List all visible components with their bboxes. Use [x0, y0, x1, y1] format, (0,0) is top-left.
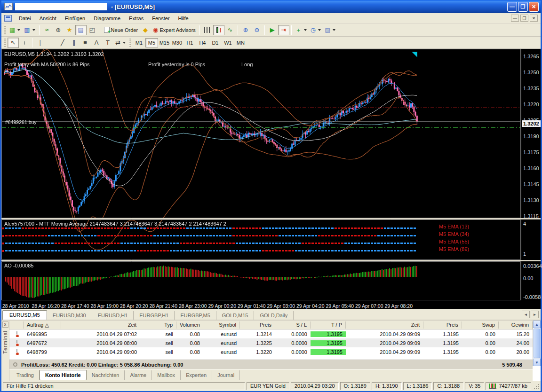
chart-tab-eurgbpm5[interactable]: EURGBP,M5 [175, 311, 216, 320]
toolbar-grip[interactable] [4, 39, 6, 47]
chart-window-icon[interactable] [4, 15, 12, 22]
market-watch-button[interactable]: ▤ [75, 25, 87, 35]
menu-item-datei[interactable]: Datei [15, 14, 35, 23]
indicators-button[interactable]: ＋ [294, 25, 309, 35]
timeframe-h1[interactable]: H1 [183, 38, 196, 47]
text-tool[interactable]: A [91, 38, 102, 48]
tab-scroll-right-button[interactable]: ► [531, 311, 539, 318]
terminal-tab-experten[interactable]: Experten [181, 370, 212, 380]
minimize-button[interactable]: — [507, 2, 517, 12]
menu-item-fenster[interactable]: Fenster [148, 14, 174, 23]
menu-item-diagramme[interactable]: Diagramme [89, 14, 125, 23]
indicator2-splitter[interactable] [1, 260, 541, 261]
terminal-tab-kontohistorie[interactable]: Konto Historie [40, 370, 87, 380]
cell-open-price: 1.3225 [240, 340, 275, 346]
scroll-down-icon[interactable]: ▼ [533, 359, 541, 366]
timeframe-h4[interactable]: H4 [196, 38, 209, 47]
candlestick-chart-button[interactable] [213, 25, 224, 35]
horizontal-line-tool[interactable]: — [46, 38, 57, 48]
history-row[interactable]: 64976722010.04.29 08:00sell0.08eurusd1.3… [9, 338, 533, 347]
chart-tab-eurusdm5[interactable]: EURUSD,M5 [2, 310, 47, 320]
history-table-header[interactable]: Auftrag △ZeitTypVolumenSymbolPreisS / LT… [9, 321, 533, 329]
column-header-10[interactable]: Swap [462, 321, 499, 329]
auto-scroll-button[interactable]: ▶ [267, 25, 278, 35]
child-restore-icon[interactable]: ❐ [520, 15, 528, 22]
toolbar-grip[interactable] [129, 39, 131, 47]
zoom-out-button[interactable]: ⊖ [251, 25, 263, 35]
child-close-icon[interactable]: ✕ [530, 15, 538, 22]
column-header-7[interactable]: T / P [311, 321, 346, 329]
fibonacci-tool[interactable]: ≡ [80, 38, 91, 48]
column-header-8[interactable]: Zeit [346, 321, 423, 329]
menu-item-extras[interactable]: Extras [125, 14, 148, 23]
price-chart-canvas[interactable] [1, 49, 521, 300]
line-chart-button[interactable]: ∿ [224, 25, 236, 35]
terminal-close-icon[interactable]: x [2, 321, 8, 328]
new-chart-button[interactable]: ▦ [8, 25, 22, 35]
terminal-tab-alarme[interactable]: Alarme [125, 370, 152, 380]
column-header-0[interactable]: Auftrag △ [24, 321, 61, 329]
menu-item-einfgen[interactable]: Einfügen [61, 14, 89, 23]
channel-tool[interactable]: ∥ [68, 38, 80, 48]
indicator1-splitter[interactable] [1, 218, 541, 220]
menu-item-ansicht[interactable]: Ansicht [35, 14, 61, 23]
tab-scroll-left-button[interactable]: ◄ [522, 311, 530, 318]
history-row[interactable]: 64987992010.04.29 09:00sell0.08eurusd1.3… [9, 347, 533, 356]
timeframe-m5[interactable]: M5 [145, 38, 158, 47]
column-header-9[interactable]: Preis [423, 321, 462, 329]
crosshair-window-button[interactable]: ⊕ [53, 25, 64, 35]
label-tool[interactable]: T [102, 38, 113, 48]
child-minimize-icon[interactable]: — [511, 15, 519, 22]
timeframe-mn[interactable]: MN [234, 38, 247, 47]
zoom-in-button[interactable]: ⊕ [240, 25, 251, 35]
chart-tab-eurgbph1[interactable]: EURGBP,H1 [134, 311, 175, 320]
chart-tab-eurusdh1[interactable]: EURUSD,H1 [92, 311, 134, 320]
symbols-button[interactable]: ★ [64, 25, 75, 35]
chart-tab-golddaily[interactable]: GOLD,Daily [254, 311, 294, 320]
timeframe-m15[interactable]: M15 [158, 38, 171, 47]
column-header-5[interactable]: Preis [240, 321, 275, 329]
resize-grip-icon[interactable] [534, 384, 539, 389]
column-header-4[interactable]: Symbol [203, 321, 240, 329]
scroll-up-icon[interactable]: ▲ [533, 321, 541, 328]
column-header-6[interactable]: S / L [275, 321, 311, 329]
column-header-3[interactable]: Volumen [176, 321, 203, 329]
chart-tab-goldm15[interactable]: GOLD,M15 [216, 311, 255, 320]
periods-button[interactable]: ◷ [309, 25, 323, 35]
terminal-tab-trading[interactable]: Trading [11, 370, 40, 380]
tick-chart-button[interactable]: ≈ [41, 25, 53, 35]
arrows-tool[interactable]: ⇄ [113, 38, 128, 48]
column-header-2[interactable]: Typ [140, 321, 176, 329]
toolbar-grip[interactable] [4, 26, 6, 34]
expert-advisors-button[interactable]: ◉Expert Advisors [151, 25, 198, 35]
new-order-button[interactable]: Neue Order [102, 25, 140, 35]
menu-item-hilfe[interactable]: Hilfe [174, 14, 193, 23]
trendline-tool[interactable]: ╱ [57, 38, 68, 48]
close-button[interactable]: ✕ [529, 2, 539, 12]
price-axis[interactable]: 1.31151.31301.31451.31601.31751.31901.32… [521, 49, 541, 300]
metaeditor-button[interactable]: ◆ [140, 25, 151, 35]
column-header-11[interactable]: Gewinn [499, 321, 533, 329]
timeframe-m1[interactable]: M1 [133, 38, 145, 47]
history-row[interactable]: 64969952010.04.29 07:02sell0.08eurusd1.3… [9, 329, 533, 338]
bar-chart-button[interactable] [202, 25, 213, 35]
profiles-button[interactable]: ▥ [22, 25, 37, 35]
terminal-tab-mailbox[interactable]: Mailbox [152, 370, 181, 380]
terminal-tab-nachrichten[interactable]: Nachrichten [87, 370, 125, 380]
vertical-line-tool[interactable]: ｜ [34, 38, 46, 48]
timeframe-m30[interactable]: M30 [171, 38, 183, 47]
chart-tab-eurusdm30[interactable]: EURUSD,M30 [47, 311, 92, 320]
crosshair-tool[interactable]: ＋ [19, 38, 30, 48]
terminal-tab-journal[interactable]: Journal [212, 370, 240, 380]
data-window-button[interactable]: ◰ [87, 25, 98, 35]
templates-button[interactable]: ▨ [323, 25, 337, 35]
cursor-tool[interactable]: ↖ [8, 38, 19, 48]
terminal-scrollbar[interactable]: ▲ ▼ [533, 321, 541, 366]
restore-button[interactable]: ❐ [518, 2, 528, 12]
chart-shift-button[interactable]: ⇥ [278, 25, 289, 35]
scrollbar-thumb[interactable] [534, 329, 540, 358]
time-axis[interactable]: 28 Apr 201028 Apr 16:2028 Apr 17:4028 Ap… [1, 302, 541, 309]
timeframe-d1[interactable]: D1 [209, 38, 222, 47]
timeframe-w1[interactable]: W1 [222, 38, 234, 47]
column-header-1[interactable]: Zeit [61, 321, 140, 329]
